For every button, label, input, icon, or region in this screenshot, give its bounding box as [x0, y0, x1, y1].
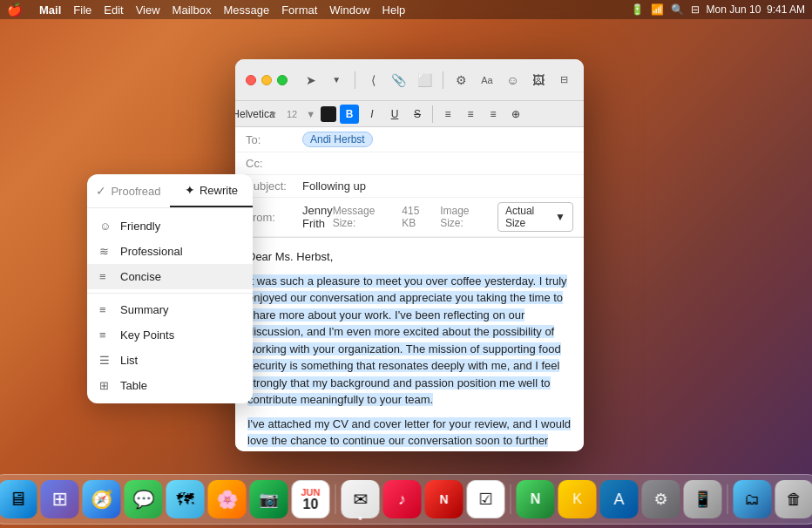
dock-photos[interactable]: 🌸: [208, 480, 247, 518]
rewrite-concise[interactable]: ≡ Concise: [87, 264, 253, 289]
key-points-icon: ≡: [99, 328, 113, 342]
cc-label: Cc:: [246, 157, 302, 170]
dock-calendar[interactable]: JUN10: [292, 480, 330, 518]
dock-archive[interactable]: 🗂: [734, 480, 772, 518]
indent-button[interactable]: ≡: [484, 105, 503, 124]
font-button[interactable]: Aa: [477, 68, 496, 92]
photo-button[interactable]: 🖼: [529, 68, 547, 92]
professional-icon: ≋: [99, 245, 113, 258]
from-label: From:: [246, 211, 302, 224]
more-button[interactable]: ⊟: [555, 68, 573, 92]
from-field[interactable]: From: Jenny Frith Message Size: 415 KB I…: [235, 198, 584, 237]
friendly-label: Friendly: [120, 220, 160, 233]
menubar-control-center[interactable]: ⊟: [691, 3, 700, 16]
menubar-file[interactable]: File: [73, 3, 91, 17]
dock-safari[interactable]: 🧭: [83, 480, 121, 518]
table-label: Table: [120, 379, 147, 392]
menubar-search-icon[interactable]: 🔍: [671, 3, 684, 16]
apple-menu[interactable]: 🍎: [7, 3, 22, 17]
strikethrough-button[interactable]: S: [408, 105, 427, 124]
menubar-app-name[interactable]: Mail: [39, 3, 61, 17]
menubar-format[interactable]: Format: [281, 3, 317, 17]
italic-button[interactable]: I: [362, 105, 382, 124]
dock-reminders[interactable]: ☑: [467, 480, 505, 518]
image-size-dropdown[interactable]: Actual Size ▼: [497, 202, 573, 232]
dock-divider-1: [335, 484, 336, 514]
dock-iphone[interactable]: 📱: [684, 480, 722, 518]
message-size-info: Message Size: 415 KB Image Size: Actual …: [333, 202, 573, 232]
menubar-view[interactable]: View: [136, 3, 160, 17]
rewrite-icon: ✦: [185, 183, 195, 197]
font-select[interactable]: Helvetica: [244, 105, 263, 124]
rewrite-summary[interactable]: ≡ Summary: [87, 297, 253, 322]
subject-value: Following up: [302, 179, 573, 193]
mail-header: To: Andi Herbst Cc: Subject: Following u…: [235, 127, 584, 238]
dock-trash[interactable]: 🗑: [775, 480, 813, 518]
tab-proofread-label: Proofread: [111, 185, 160, 198]
rewrite-friendly[interactable]: ☺ Friendly: [87, 213, 253, 239]
dock-messages[interactable]: 💬: [125, 480, 163, 518]
mail-greeting: Dear Ms. Herbst,: [247, 248, 572, 266]
dock-keynote[interactable]: K: [558, 480, 597, 518]
menubar-help[interactable]: Help: [382, 3, 406, 17]
window-toolbar: ➤ ▼ ⟨ 📎 ⬜ ⚙ Aa ☺ 🖼 ⊟: [235, 59, 584, 101]
rewrite-table[interactable]: ⊞ Table: [87, 373, 253, 398]
concise-label: Concise: [120, 270, 161, 283]
dock-settings[interactable]: ⚙: [642, 480, 680, 518]
toolbar-separator-1: [355, 71, 355, 89]
dock-appstore[interactable]: A: [600, 480, 639, 518]
underline-button[interactable]: U: [385, 105, 404, 124]
cc-field[interactable]: Cc:: [235, 152, 584, 175]
menubar: 🍎 Mail File Edit View Mailbox Message Fo…: [0, 0, 812, 19]
tab-proofread[interactable]: ✓ Proofread: [87, 174, 170, 207]
desktop: 🍎 Mail File Edit View Mailbox Message Fo…: [0, 0, 812, 528]
traffic-lights: [246, 75, 288, 85]
attach-button[interactable]: 📎: [389, 68, 408, 92]
dock-maps[interactable]: 🗺: [166, 480, 205, 518]
menubar-window[interactable]: Window: [329, 3, 369, 17]
highlighted-text: It was such a pleasure to meet you over …: [247, 274, 567, 407]
dock-numbers[interactable]: N: [517, 480, 555, 518]
minimize-button[interactable]: [261, 75, 272, 85]
concise-icon: ≡: [99, 270, 113, 283]
dock-launchpad[interactable]: ⊞: [41, 480, 79, 518]
emoji-button[interactable]: ☺: [504, 68, 522, 92]
menubar-battery-icon: 🔋: [631, 3, 644, 16]
send-dropdown-button[interactable]: ▼: [327, 68, 345, 92]
menubar-mailbox[interactable]: Mailbox: [173, 3, 212, 17]
list-icon: ☰: [99, 354, 113, 367]
menubar-edit[interactable]: Edit: [104, 3, 123, 17]
dock-music[interactable]: ♪: [383, 480, 422, 518]
dock-facetime[interactable]: 📷: [250, 480, 288, 518]
rewrite-key-points[interactable]: ≡ Key Points: [87, 322, 253, 348]
rewrite-list[interactable]: ☰ List: [87, 348, 253, 373]
back-button[interactable]: ⟨: [364, 68, 382, 92]
menubar-message[interactable]: Message: [223, 3, 269, 17]
summary-icon: ≡: [99, 303, 113, 316]
to-field[interactable]: To: Andi Herbst: [235, 127, 584, 152]
format-separator: [432, 105, 433, 123]
dock-mail[interactable]: ✉: [342, 480, 380, 518]
subject-field[interactable]: Subject: Following up: [235, 175, 584, 198]
dock-finder[interactable]: 🖥: [0, 480, 37, 518]
list-button[interactable]: ≡: [461, 105, 480, 124]
rewrite-tabs: ✓ Proofread ✦ Rewrite: [87, 174, 253, 208]
settings-button[interactable]: ⚙: [452, 68, 470, 92]
close-button[interactable]: [246, 75, 256, 85]
send-button[interactable]: ➤: [301, 68, 320, 92]
color-swatch[interactable]: [321, 106, 336, 122]
tab-rewrite[interactable]: ✦ Rewrite: [170, 174, 253, 207]
list-label: List: [120, 354, 138, 367]
align-left-button[interactable]: ≡: [438, 105, 457, 124]
fullscreen-button[interactable]: [277, 75, 288, 85]
mail-para1: It was such a pleasure to meet you over …: [247, 273, 572, 409]
more-format-button[interactable]: ⊕: [506, 105, 525, 124]
bold-button[interactable]: B: [340, 105, 359, 124]
dock-news[interactable]: N: [425, 480, 464, 518]
msg-size-label: Message Size:: [333, 205, 396, 229]
photo-browser-button[interactable]: ⬜: [416, 68, 434, 92]
rewrite-professional[interactable]: ≋ Professional: [87, 239, 253, 264]
key-points-label: Key Points: [120, 328, 174, 342]
recipient-tag[interactable]: Andi Herbst: [302, 132, 373, 147]
mail-body[interactable]: Dear Ms. Herbst, It was such a pleasure …: [235, 238, 584, 451]
